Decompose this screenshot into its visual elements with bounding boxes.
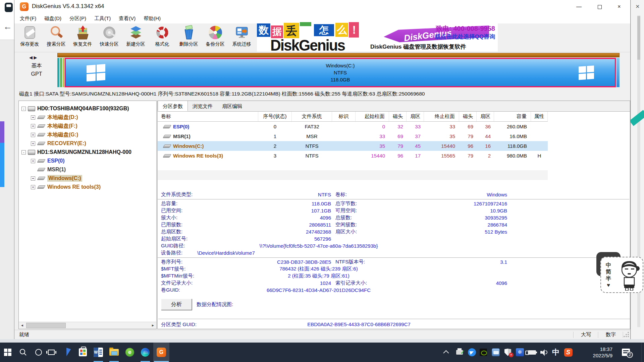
- table-row-windows-c-selected[interactable]: Windows(C:) 2NTFS 357945 154409616 118.0…: [158, 141, 548, 151]
- ime-heart-icon[interactable]: ♥: [607, 282, 610, 288]
- tray-printer-button[interactable]: ✓: [453, 343, 466, 362]
- menu-partition[interactable]: 分区(P): [65, 13, 90, 23]
- column-header[interactable]: 标识: [332, 112, 356, 121]
- column-header[interactable]: 扇区: [477, 112, 494, 121]
- column-header[interactable]: 属性: [531, 112, 548, 121]
- backup-partition-button[interactable]: 备份分区: [202, 23, 228, 52]
- partition-block-esp[interactable]: [57, 58, 59, 87]
- sogou-ime-status-panel[interactable]: 中 简 半 ♥: [600, 257, 643, 293]
- tree-item-local-d[interactable]: + 本地磁盘(D:): [19, 113, 156, 122]
- tray-defender-button[interactable]: ×: [502, 343, 514, 362]
- quick-partition-button[interactable]: 快速分区: [96, 23, 122, 52]
- column-header[interactable]: 起始柱面: [356, 112, 389, 121]
- expand-icon[interactable]: +: [31, 159, 35, 163]
- tree-item-hd0[interactable]: - HD0:TOSHIBAMQ04ABF100(932GB): [19, 104, 156, 113]
- expand-icon[interactable]: +: [31, 115, 35, 120]
- partition-block-small[interactable]: [63, 58, 64, 87]
- column-header[interactable]: 终止柱面: [424, 112, 459, 121]
- expand-icon[interactable]: +: [31, 124, 35, 128]
- tray-intel-graphics-button[interactable]: [490, 343, 501, 362]
- tree-item-msr[interactable]: MSR(1): [19, 165, 156, 174]
- microsoft-store-button[interactable]: [75, 343, 91, 362]
- tab-partition-params[interactable]: 分区参数: [158, 101, 188, 111]
- flash-app-button[interactable]: [60, 343, 75, 362]
- minimize-button[interactable]: —: [569, 0, 589, 13]
- browser-360-button[interactable]: e: [122, 343, 138, 362]
- back-arrow-icon[interactable]: ←: [3, 21, 12, 32]
- menu-file[interactable]: 文件(F): [16, 13, 40, 23]
- start-button[interactable]: [0, 343, 15, 362]
- show-desktop-button[interactable]: [641, 343, 644, 362]
- banner-phone[interactable]: 致电: 400-008-9958: [436, 24, 495, 33]
- column-header[interactable]: 卷标: [158, 112, 258, 121]
- ime-mode-halfwidth[interactable]: 半: [606, 275, 611, 282]
- file-explorer-button[interactable]: [106, 343, 122, 362]
- task-view-button[interactable]: [44, 343, 59, 362]
- tray-ime-button[interactable]: 中: [550, 343, 561, 362]
- tree-item-local-f[interactable]: + 本地磁盘(F:): [19, 122, 156, 130]
- browser-tab-icon[interactable]: [5, 3, 13, 12]
- tree-item-windows-re[interactable]: + Windows RE tools(3): [19, 183, 156, 191]
- expand-icon[interactable]: +: [31, 141, 35, 146]
- scroll-left-arrow[interactable]: ◄: [19, 322, 25, 329]
- expand-icon[interactable]: +: [31, 176, 35, 181]
- tray-flashget-button[interactable]: [466, 343, 478, 362]
- tray-expand-button[interactable]: [441, 343, 452, 362]
- delete-partition-button[interactable]: 删除分区: [175, 23, 202, 52]
- ime-mode-simplified[interactable]: 简: [606, 268, 611, 275]
- taskbar-search-button[interactable]: [15, 343, 31, 362]
- close-button[interactable]: ×: [609, 0, 629, 13]
- banner-qq-link[interactable]: 或点击此处选择QQ咨询: [435, 33, 495, 41]
- tray-battery-button[interactable]: [525, 343, 539, 362]
- promo-banner[interactable]: DiskGenius 数 据 丢 怎 么 ！ DiskGenius 致电: 40…: [257, 22, 498, 52]
- ime-mode-chinese[interactable]: 中: [606, 262, 611, 268]
- column-header[interactable]: 磁头: [389, 112, 407, 121]
- diskgenius-taskbar-button[interactable]: G: [153, 343, 169, 362]
- tray-sogou-button[interactable]: S: [562, 343, 574, 362]
- tray-volume-button[interactable]: [538, 343, 550, 362]
- column-header[interactable]: 扇区: [407, 112, 424, 121]
- new-partition-button[interactable]: 新建分区: [122, 23, 149, 52]
- disk-header-strip[interactable]: [57, 53, 620, 57]
- save-changes-button[interactable]: 保存更改: [16, 23, 43, 52]
- tree-item-windows-c[interactable]: + Windows(C:): [19, 174, 156, 183]
- menu-disk[interactable]: 磁盘(D): [40, 13, 65, 23]
- word-taskbar-button[interactable]: W: [91, 343, 106, 362]
- recover-files-button[interactable]: 恢复文件: [69, 23, 96, 52]
- column-header[interactable]: 序号(状态): [258, 112, 292, 121]
- table-row-windows-re[interactable]: Windows RE tools(3) 3NTFS 154409617 1556…: [158, 151, 548, 161]
- table-row-esp[interactable]: ESP(0) 0FAT32 03233 336936 260.0MB: [158, 122, 548, 131]
- tree-item-recovery-e[interactable]: + RECOVERY(E:): [19, 139, 156, 148]
- scroll-right-arrow[interactable]: ►: [150, 322, 156, 329]
- column-header[interactable]: 文件系统: [292, 112, 332, 121]
- collapse-icon[interactable]: -: [21, 150, 26, 155]
- menu-help[interactable]: 帮助(H): [140, 13, 165, 23]
- tray-nvidia-button[interactable]: [478, 343, 489, 362]
- expand-icon[interactable]: +: [31, 133, 35, 137]
- scrollbar-thumb[interactable]: [637, 16, 640, 60]
- maximize-button[interactable]: [590, 0, 609, 13]
- edge-button[interactable]: [138, 343, 153, 362]
- tray-snowflake-button[interactable]: ❄: [514, 343, 526, 362]
- taskbar-clock[interactable]: 18:37 2022/5/9: [578, 343, 612, 362]
- resize-grip[interactable]: [624, 332, 630, 338]
- disk-nav-arrows[interactable]: ◀ ▶: [29, 55, 37, 60]
- analyze-button[interactable]: 分析: [161, 299, 192, 310]
- action-center-button[interactable]: 2: [617, 343, 635, 362]
- tree-item-local-g[interactable]: + 本地磁盘(G:): [19, 130, 156, 139]
- horizontal-scrollbar[interactable]: ◄ ►: [19, 322, 156, 329]
- format-button[interactable]: 格式化: [149, 23, 175, 52]
- table-row-msr[interactable]: MSR(1) 1MSR 336937 357944 16.0MB: [158, 131, 548, 141]
- tab-browse-files[interactable]: 浏览文件: [188, 101, 217, 111]
- tree-item-hd1[interactable]: - HD1:SAMSUNGMZNLN128HAHQ-000: [19, 148, 156, 157]
- tab-sector-edit[interactable]: 扇区编辑: [217, 101, 247, 111]
- system-migrate-button[interactable]: 系统迁移: [228, 23, 255, 52]
- search-partition-button[interactable]: 搜索分区: [43, 23, 69, 52]
- tree-item-esp[interactable]: + ESP(0): [19, 157, 156, 165]
- menu-view[interactable]: 查看(V): [115, 13, 140, 23]
- menu-tools[interactable]: 工具(T): [90, 13, 115, 23]
- column-header[interactable]: 磁头: [459, 112, 477, 121]
- partition-block-msr[interactable]: [60, 58, 62, 87]
- column-header[interactable]: 容量: [494, 112, 531, 121]
- expand-icon[interactable]: +: [31, 185, 35, 189]
